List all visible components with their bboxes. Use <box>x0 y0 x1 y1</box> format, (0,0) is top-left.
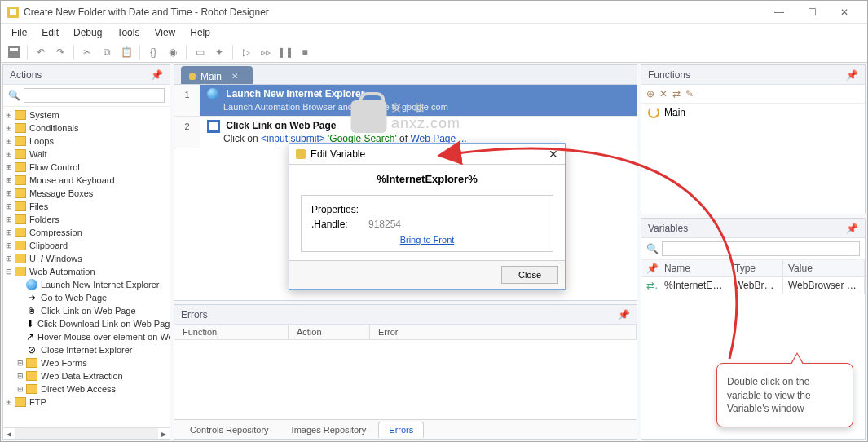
col-action[interactable]: Action <box>289 325 370 339</box>
col-name[interactable]: Name <box>659 260 729 277</box>
menu-edit[interactable]: Edit <box>36 25 64 40</box>
tree-item: ⊞Web Data Extraction <box>3 369 168 382</box>
var-type: WebBrow... <box>729 277 783 294</box>
menu-tools[interactable]: Tools <box>111 25 145 40</box>
cut-icon[interactable]: ✂ <box>79 44 95 60</box>
menu-view[interactable]: View <box>148 25 181 40</box>
col-function[interactable]: Function <box>174 325 289 339</box>
actions-tree[interactable]: ⊞System ⊞Conditionals ⊞Loops ⊞Wait ⊞Flow… <box>3 107 170 427</box>
wand-icon[interactable]: ✦ <box>211 44 227 60</box>
right-column: Functions 📌 ⊕ ✕ ⇄ ✎ Main Variables <box>639 63 867 441</box>
tree-item: ⊞Web Forms <box>3 356 168 369</box>
step-title: Click Link on Web Page <box>226 120 336 131</box>
run-icon[interactable]: ▷ <box>238 44 254 60</box>
col-type[interactable]: Type <box>729 260 783 277</box>
tree-item: ⊞System <box>3 108 168 122</box>
folder-icon <box>15 110 26 120</box>
svg-rect-1 <box>10 9 16 15</box>
folder-icon <box>15 241 26 250</box>
col-error[interactable]: Error <box>370 325 637 339</box>
col-value[interactable]: Value <box>783 260 865 277</box>
add-icon[interactable]: ⊕ <box>646 88 654 99</box>
record-icon[interactable]: ◉ <box>165 44 181 60</box>
tab-errors[interactable]: Errors <box>378 422 424 438</box>
dialog-close-icon[interactable]: ✕ <box>549 148 558 161</box>
handle-value: 918254 <box>368 219 401 230</box>
maximize-button[interactable]: ☐ <box>795 2 828 22</box>
titlebar: Create New Folder with Date and Time - R… <box>1 1 867 24</box>
tree-item: ⊞Direct Web Access <box>3 382 168 396</box>
pause-icon[interactable]: ❚❚ <box>277 44 293 60</box>
variables-title: Variables <box>648 223 688 234</box>
pin-icon[interactable]: 📌 <box>846 223 858 234</box>
actions-title: Actions <box>10 69 42 81</box>
svg-rect-3 <box>10 48 18 51</box>
tree-item: ⊞Flow Control <box>3 161 168 174</box>
folder-icon <box>15 162 26 172</box>
variable-row[interactable]: ⇄ %InternetEx... WebBrow... WebBrowser I… <box>641 277 865 294</box>
errors-body <box>174 340 637 419</box>
col-pin[interactable]: 📌 <box>641 260 659 277</box>
folder-icon <box>15 123 26 133</box>
search-icon: 🔍 <box>8 90 20 101</box>
tab-controls-repo[interactable]: Controls Repository <box>179 422 280 438</box>
pin-icon[interactable]: 📌 <box>618 309 630 320</box>
tree-child: ↗Hover Mouse over element on Web Page <box>3 330 168 343</box>
tree-item: ⊞Files <box>3 200 168 213</box>
ui-icon[interactable]: ▭ <box>192 44 208 60</box>
rename-icon[interactable]: ⇄ <box>672 88 681 99</box>
redo-icon[interactable]: ↷ <box>52 44 68 60</box>
svg-rect-5 <box>209 122 218 130</box>
center-column: Main ✕ 1 Launch New Internet Explorer La… <box>172 63 639 441</box>
dialog-titlebar[interactable]: Edit Variable ✕ <box>289 144 565 165</box>
function-item-main[interactable]: Main <box>641 104 865 122</box>
close-button[interactable]: ✕ <box>828 2 861 22</box>
handle-label: .Handle: <box>311 219 368 230</box>
delete-icon[interactable]: ✕ <box>659 88 668 99</box>
tab-images-repo[interactable]: Images Repository <box>281 422 377 438</box>
actions-header: Actions 📌 <box>3 65 170 85</box>
function-icon <box>648 107 659 118</box>
click-icon <box>207 120 220 133</box>
variables-search-input[interactable] <box>662 241 860 256</box>
stop-icon[interactable]: ■ <box>297 44 313 60</box>
tree-child: ⬇Click Download Link on Web Page <box>3 317 168 330</box>
edit-variable-dialog: Edit Variable ✕ %InternetExplorer% Prope… <box>289 143 566 290</box>
bring-to-front-link[interactable]: Bring to Front <box>311 235 543 245</box>
tree-item: ⊞Compression <box>3 226 168 239</box>
folder-icon <box>15 149 26 159</box>
minimize-button[interactable]: — <box>763 2 795 22</box>
designer-panel: Main ✕ 1 Launch New Internet Explorer La… <box>174 64 637 301</box>
tree-child: ➜Go to Web Page <box>3 291 168 304</box>
close-ie-icon: ⊘ <box>26 344 37 356</box>
tree-child: 🖱Click Link on Web Page <box>3 304 168 317</box>
folder-icon <box>15 188 26 198</box>
copy-icon[interactable]: ⧉ <box>99 44 115 60</box>
save-icon[interactable] <box>6 44 22 60</box>
tree-item: ⊞FTP <box>3 396 168 409</box>
close-button[interactable]: Close <box>501 266 558 284</box>
app-window: Create New Folder with Date and Time - R… <box>0 0 868 442</box>
download-icon: ⬇ <box>26 318 34 329</box>
tab-main[interactable]: Main ✕ <box>181 66 253 84</box>
menu-file[interactable]: File <box>6 25 33 40</box>
steps-area: 1 Launch New Internet Explorer Launch Au… <box>174 85 637 148</box>
actions-search-input[interactable] <box>24 88 165 103</box>
pin-icon[interactable]: 📌 <box>846 69 858 81</box>
pin-icon[interactable]: 📌 <box>151 69 163 81</box>
menu-help[interactable]: Help <box>184 25 216 40</box>
menu-debug[interactable]: Debug <box>68 25 108 40</box>
folder-icon <box>15 175 26 185</box>
tab-close-icon[interactable]: ✕ <box>231 72 238 81</box>
paste-icon[interactable]: 📋 <box>118 44 134 60</box>
step-1[interactable]: 1 Launch New Internet Explorer Launch Au… <box>174 85 637 117</box>
tree-child: ⊘Close Internet Explorer <box>3 343 168 356</box>
edit-icon[interactable]: ✎ <box>685 88 694 99</box>
click-icon: 🖱 <box>26 305 37 316</box>
braces-icon[interactable]: {} <box>145 44 161 60</box>
var-name: %InternetEx... <box>659 277 729 294</box>
step-icon[interactable]: ▹▹ <box>258 44 274 60</box>
h-scrollbar[interactable]: ◂▸ <box>3 427 170 439</box>
undo-icon[interactable]: ↶ <box>33 44 49 60</box>
functions-panel: Functions 📌 ⊕ ✕ ⇄ ✎ Main <box>641 64 866 214</box>
